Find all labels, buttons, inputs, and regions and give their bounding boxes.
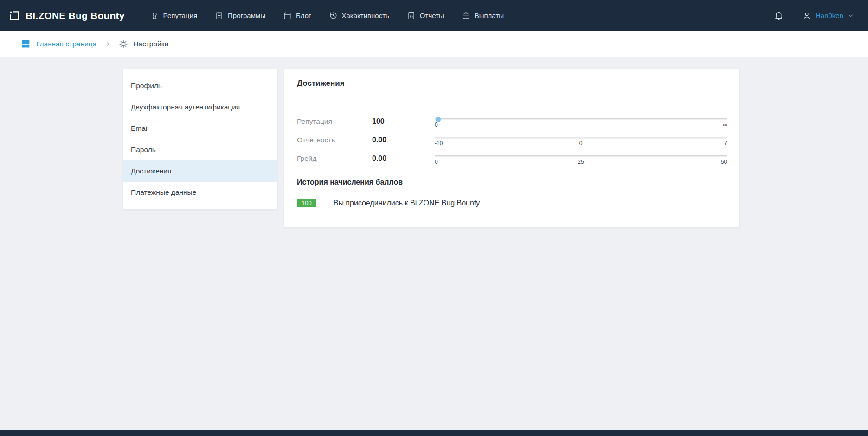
sidebar-item-label: Двухфакторная аутентификация bbox=[131, 103, 240, 111]
footer-strip bbox=[0, 430, 868, 436]
grade-slider: 0 25 50 bbox=[435, 152, 727, 166]
main-content: Профиль Двухфакторная аутентификация Ema… bbox=[123, 69, 868, 228]
reputation-slider: 0 ∞ bbox=[435, 115, 727, 128]
metric-label: Грейд bbox=[297, 154, 372, 163]
slider-mid: 25 bbox=[578, 159, 584, 165]
metric-row-reputation: Репутация 100 0 ∞ bbox=[297, 112, 727, 131]
nav-item-label: Хакактивность bbox=[342, 12, 389, 19]
breadcrumb-home-label: Главная страница bbox=[36, 40, 96, 48]
sidebar-item-password[interactable]: Пароль bbox=[123, 139, 277, 160]
breadcrumb: Главная страница Настройки bbox=[0, 31, 868, 57]
brand-logo[interactable]: BI.ZONE Bug Bounty bbox=[8, 10, 125, 22]
nav-item-label: Блог bbox=[296, 12, 311, 19]
gear-icon bbox=[119, 39, 128, 49]
settings-sidebar: Профиль Двухфакторная аутентификация Ema… bbox=[123, 69, 278, 210]
nav-item-payouts[interactable]: Выплаты bbox=[453, 0, 513, 31]
reputation-icon bbox=[150, 11, 159, 20]
slider-min: -10 bbox=[435, 140, 443, 147]
sidebar-item-label: Достижения bbox=[131, 167, 171, 175]
brand-title: BI.ZONE Bug Bounty bbox=[26, 10, 125, 21]
notifications-button[interactable] bbox=[774, 11, 784, 20]
slider-max: 7 bbox=[724, 140, 727, 147]
topnav-right: Han0ken bbox=[774, 11, 854, 20]
chevron-down-icon bbox=[848, 13, 854, 19]
reporting-slider: -10 0 7 bbox=[435, 133, 727, 147]
slider-min: 0 bbox=[435, 159, 438, 165]
metric-value: 0.00 bbox=[372, 136, 435, 144]
reports-icon bbox=[407, 11, 416, 20]
slider-max: 50 bbox=[721, 159, 727, 165]
sidebar-item-label: Платежные данные bbox=[131, 188, 196, 197]
slider-min: 0 bbox=[435, 122, 438, 128]
nav-item-label: Репутация bbox=[163, 12, 197, 19]
metrics-section: Репутация 100 0 ∞ Отчетность 0.00 bbox=[284, 98, 739, 172]
sidebar-item-2fa[interactable]: Двухфакторная аутентификация bbox=[123, 96, 277, 118]
metric-label: Отчетность bbox=[297, 136, 372, 144]
achievements-card: Достижения Репутация 100 0 ∞ Отчетность bbox=[284, 69, 740, 228]
bizone-logo-icon bbox=[8, 10, 20, 22]
sidebar-item-achievements[interactable]: Достижения bbox=[123, 160, 277, 182]
slider-mid: 0 bbox=[579, 140, 583, 147]
slider-track bbox=[435, 155, 727, 157]
metric-row-reporting: Отчетность 0.00 -10 0 7 bbox=[297, 131, 727, 149]
chevron-right-icon bbox=[105, 41, 110, 47]
metric-label: Репутация bbox=[297, 117, 372, 126]
points-badge: 100 bbox=[297, 199, 316, 207]
bell-icon bbox=[774, 11, 784, 20]
sidebar-item-payment-details[interactable]: Платежные данные bbox=[123, 182, 277, 203]
history-icon bbox=[329, 11, 338, 20]
programs-icon bbox=[215, 11, 224, 20]
nav-item-label: Отчеты bbox=[420, 12, 444, 19]
nav-item-blog[interactable]: Блог bbox=[274, 0, 320, 31]
user-menu[interactable]: Han0ken bbox=[802, 11, 854, 20]
nav-item-label: Программы bbox=[228, 12, 265, 19]
history-entry-text: Вы присоединились к Bi.ZONE Bug Bounty bbox=[334, 199, 480, 207]
breadcrumb-current-label: Настройки bbox=[133, 40, 168, 48]
breadcrumb-current: Настройки bbox=[119, 39, 168, 49]
sidebar-item-profile[interactable]: Профиль bbox=[123, 75, 277, 96]
top-navigation: BI.ZONE Bug Bounty Репутация Программы Б… bbox=[0, 0, 868, 31]
user-name: Han0ken bbox=[816, 12, 843, 19]
sidebar-item-label: Профиль bbox=[131, 82, 162, 90]
slider-track bbox=[435, 118, 727, 120]
slider-max: ∞ bbox=[723, 122, 727, 128]
nav-item-hackactivity[interactable]: Хакактивность bbox=[320, 0, 398, 31]
slider-dot bbox=[436, 117, 441, 122]
briefcase-icon bbox=[462, 11, 470, 20]
card-title: Достижения bbox=[284, 69, 739, 98]
sidebar-item-label: Пароль bbox=[131, 146, 156, 154]
history-entry: 100 Вы присоединились к Bi.ZONE Bug Boun… bbox=[297, 188, 727, 215]
sidebar-item-email[interactable]: Email bbox=[123, 118, 277, 139]
nav-item-label: Выплаты bbox=[475, 12, 504, 19]
slider-track bbox=[435, 137, 727, 139]
home-grid-icon bbox=[21, 39, 31, 49]
metric-row-grade: Грейд 0.00 0 25 50 bbox=[297, 149, 727, 168]
user-icon bbox=[802, 11, 811, 20]
calendar-icon bbox=[283, 11, 292, 20]
metric-value: 0.00 bbox=[372, 154, 435, 163]
metric-value: 100 bbox=[372, 117, 435, 126]
nav-item-reputation[interactable]: Репутация bbox=[141, 0, 206, 31]
nav-item-programs[interactable]: Программы bbox=[206, 0, 274, 31]
sidebar-item-label: Email bbox=[131, 124, 149, 133]
nav-item-reports[interactable]: Отчеты bbox=[398, 0, 453, 31]
history-title: История начисления баллов bbox=[284, 172, 739, 188]
breadcrumb-home-link[interactable]: Главная страница bbox=[21, 39, 96, 49]
